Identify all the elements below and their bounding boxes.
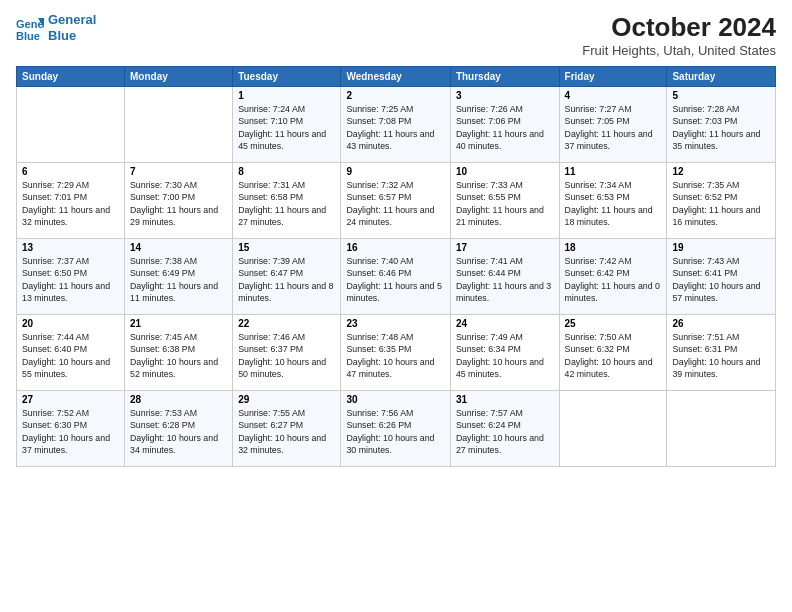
day-number: 30 — [346, 394, 444, 405]
header-sunday: Sunday — [17, 67, 125, 87]
day-number: 25 — [565, 318, 662, 329]
day-number: 18 — [565, 242, 662, 253]
table-row: 1 Sunrise: 7:24 AMSunset: 7:10 PMDayligh… — [233, 87, 341, 163]
day-number: 1 — [238, 90, 335, 101]
day-info: Sunrise: 7:39 AMSunset: 6:47 PMDaylight:… — [238, 256, 333, 303]
header-monday: Monday — [125, 67, 233, 87]
header-friday: Friday — [559, 67, 667, 87]
day-number: 14 — [130, 242, 227, 253]
day-number: 23 — [346, 318, 444, 329]
day-number: 19 — [672, 242, 770, 253]
day-number: 21 — [130, 318, 227, 329]
day-info: Sunrise: 7:35 AMSunset: 6:52 PMDaylight:… — [672, 180, 760, 227]
day-number: 6 — [22, 166, 119, 177]
day-info: Sunrise: 7:48 AMSunset: 6:35 PMDaylight:… — [346, 332, 434, 379]
table-row: 23 Sunrise: 7:48 AMSunset: 6:35 PMDaylig… — [341, 315, 450, 391]
day-number: 10 — [456, 166, 554, 177]
day-number: 13 — [22, 242, 119, 253]
day-number: 12 — [672, 166, 770, 177]
day-number: 29 — [238, 394, 335, 405]
day-number: 15 — [238, 242, 335, 253]
table-row: 17 Sunrise: 7:41 AMSunset: 6:44 PMDaylig… — [450, 239, 559, 315]
logo: General Blue General Blue — [16, 12, 96, 43]
table-row: 19 Sunrise: 7:43 AMSunset: 6:41 PMDaylig… — [667, 239, 776, 315]
day-info: Sunrise: 7:46 AMSunset: 6:37 PMDaylight:… — [238, 332, 326, 379]
day-number: 16 — [346, 242, 444, 253]
table-row: 10 Sunrise: 7:33 AMSunset: 6:55 PMDaylig… — [450, 163, 559, 239]
calendar-week-1: 1 Sunrise: 7:24 AMSunset: 7:10 PMDayligh… — [17, 87, 776, 163]
day-info: Sunrise: 7:50 AMSunset: 6:32 PMDaylight:… — [565, 332, 653, 379]
table-row: 27 Sunrise: 7:52 AMSunset: 6:30 PMDaylig… — [17, 391, 125, 467]
day-number: 11 — [565, 166, 662, 177]
calendar-page: General Blue General Blue October 2024 F… — [0, 0, 792, 612]
day-number: 8 — [238, 166, 335, 177]
table-row: 30 Sunrise: 7:56 AMSunset: 6:26 PMDaylig… — [341, 391, 450, 467]
day-number: 28 — [130, 394, 227, 405]
calendar-week-4: 20 Sunrise: 7:44 AMSunset: 6:40 PMDaylig… — [17, 315, 776, 391]
day-number: 7 — [130, 166, 227, 177]
day-info: Sunrise: 7:38 AMSunset: 6:49 PMDaylight:… — [130, 256, 218, 303]
table-row: 4 Sunrise: 7:27 AMSunset: 7:05 PMDayligh… — [559, 87, 667, 163]
table-row: 15 Sunrise: 7:39 AMSunset: 6:47 PMDaylig… — [233, 239, 341, 315]
table-row: 9 Sunrise: 7:32 AMSunset: 6:57 PMDayligh… — [341, 163, 450, 239]
table-row: 28 Sunrise: 7:53 AMSunset: 6:28 PMDaylig… — [125, 391, 233, 467]
day-info: Sunrise: 7:34 AMSunset: 6:53 PMDaylight:… — [565, 180, 653, 227]
day-info: Sunrise: 7:40 AMSunset: 6:46 PMDaylight:… — [346, 256, 441, 303]
day-info: Sunrise: 7:41 AMSunset: 6:44 PMDaylight:… — [456, 256, 551, 303]
day-number: 2 — [346, 90, 444, 101]
day-number: 24 — [456, 318, 554, 329]
title-block: October 2024 Fruit Heights, Utah, United… — [582, 12, 776, 58]
day-info: Sunrise: 7:31 AMSunset: 6:58 PMDaylight:… — [238, 180, 326, 227]
calendar-week-5: 27 Sunrise: 7:52 AMSunset: 6:30 PMDaylig… — [17, 391, 776, 467]
day-info: Sunrise: 7:56 AMSunset: 6:26 PMDaylight:… — [346, 408, 434, 455]
table-row: 6 Sunrise: 7:29 AMSunset: 7:01 PMDayligh… — [17, 163, 125, 239]
day-info: Sunrise: 7:29 AMSunset: 7:01 PMDaylight:… — [22, 180, 110, 227]
table-row: 3 Sunrise: 7:26 AMSunset: 7:06 PMDayligh… — [450, 87, 559, 163]
table-row: 7 Sunrise: 7:30 AMSunset: 7:00 PMDayligh… — [125, 163, 233, 239]
weekday-header-row: Sunday Monday Tuesday Wednesday Thursday… — [17, 67, 776, 87]
table-row: 16 Sunrise: 7:40 AMSunset: 6:46 PMDaylig… — [341, 239, 450, 315]
day-info: Sunrise: 7:32 AMSunset: 6:57 PMDaylight:… — [346, 180, 434, 227]
day-info: Sunrise: 7:53 AMSunset: 6:28 PMDaylight:… — [130, 408, 218, 455]
table-row — [125, 87, 233, 163]
day-info: Sunrise: 7:24 AMSunset: 7:10 PMDaylight:… — [238, 104, 326, 151]
svg-text:Blue: Blue — [16, 30, 40, 42]
table-row: 29 Sunrise: 7:55 AMSunset: 6:27 PMDaylig… — [233, 391, 341, 467]
calendar-subtitle: Fruit Heights, Utah, United States — [582, 43, 776, 58]
day-info: Sunrise: 7:52 AMSunset: 6:30 PMDaylight:… — [22, 408, 110, 455]
header-saturday: Saturday — [667, 67, 776, 87]
table-row: 2 Sunrise: 7:25 AMSunset: 7:08 PMDayligh… — [341, 87, 450, 163]
table-row: 26 Sunrise: 7:51 AMSunset: 6:31 PMDaylig… — [667, 315, 776, 391]
day-info: Sunrise: 7:27 AMSunset: 7:05 PMDaylight:… — [565, 104, 653, 151]
calendar-week-3: 13 Sunrise: 7:37 AMSunset: 6:50 PMDaylig… — [17, 239, 776, 315]
day-number: 9 — [346, 166, 444, 177]
table-row — [17, 87, 125, 163]
day-number: 3 — [456, 90, 554, 101]
logo-icon: General Blue — [16, 14, 44, 42]
day-info: Sunrise: 7:42 AMSunset: 6:42 PMDaylight:… — [565, 256, 660, 303]
header: General Blue General Blue October 2024 F… — [16, 12, 776, 58]
day-info: Sunrise: 7:44 AMSunset: 6:40 PMDaylight:… — [22, 332, 110, 379]
table-row: 24 Sunrise: 7:49 AMSunset: 6:34 PMDaylig… — [450, 315, 559, 391]
table-row: 20 Sunrise: 7:44 AMSunset: 6:40 PMDaylig… — [17, 315, 125, 391]
table-row — [559, 391, 667, 467]
table-row: 13 Sunrise: 7:37 AMSunset: 6:50 PMDaylig… — [17, 239, 125, 315]
table-row: 21 Sunrise: 7:45 AMSunset: 6:38 PMDaylig… — [125, 315, 233, 391]
day-info: Sunrise: 7:30 AMSunset: 7:00 PMDaylight:… — [130, 180, 218, 227]
table-row — [667, 391, 776, 467]
day-info: Sunrise: 7:25 AMSunset: 7:08 PMDaylight:… — [346, 104, 434, 151]
day-number: 17 — [456, 242, 554, 253]
day-number: 4 — [565, 90, 662, 101]
day-info: Sunrise: 7:49 AMSunset: 6:34 PMDaylight:… — [456, 332, 544, 379]
table-row: 18 Sunrise: 7:42 AMSunset: 6:42 PMDaylig… — [559, 239, 667, 315]
day-info: Sunrise: 7:51 AMSunset: 6:31 PMDaylight:… — [672, 332, 760, 379]
day-number: 5 — [672, 90, 770, 101]
table-row: 11 Sunrise: 7:34 AMSunset: 6:53 PMDaylig… — [559, 163, 667, 239]
table-row: 14 Sunrise: 7:38 AMSunset: 6:49 PMDaylig… — [125, 239, 233, 315]
header-wednesday: Wednesday — [341, 67, 450, 87]
day-info: Sunrise: 7:33 AMSunset: 6:55 PMDaylight:… — [456, 180, 544, 227]
calendar-title: October 2024 — [582, 12, 776, 43]
day-number: 22 — [238, 318, 335, 329]
table-row: 12 Sunrise: 7:35 AMSunset: 6:52 PMDaylig… — [667, 163, 776, 239]
day-info: Sunrise: 7:45 AMSunset: 6:38 PMDaylight:… — [130, 332, 218, 379]
